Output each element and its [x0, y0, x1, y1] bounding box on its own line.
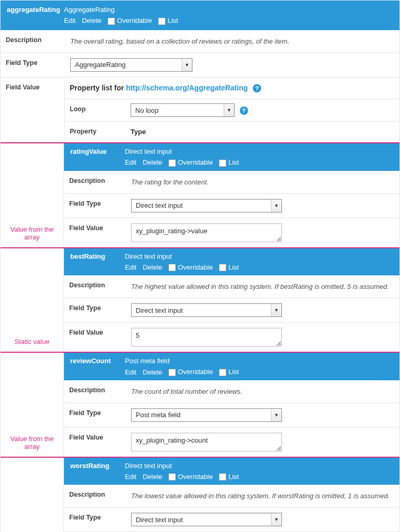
nested-description: The lowest value allowed in this rating … — [125, 485, 399, 507]
label-loop: Loop — [64, 99, 125, 121]
nested-header-worstRating: worstRating Direct text input Edit Delet… — [64, 458, 399, 485]
edit-link[interactable]: Edit — [125, 263, 136, 271]
property-header-aggregate-rating: aggregateRating AggregateRating Edit Del… — [1, 1, 399, 30]
label-description: Description — [64, 380, 125, 403]
nested-property-name: worstRating — [70, 462, 125, 470]
label-field-value: Field Value — [64, 323, 125, 352]
side-note: Static value — [1, 248, 64, 352]
edit-link[interactable]: Edit — [64, 17, 75, 24]
delete-link[interactable]: Delete — [143, 263, 162, 271]
overridable-checkbox[interactable]: Overridable — [169, 368, 213, 376]
side-note: Value from the array — [1, 353, 64, 457]
nested-field-type-value: Direct text input — [136, 307, 183, 314]
label-field-value: Field Value — [64, 218, 125, 247]
nested-property-worstRating: Static value worstRating Direct text inp… — [1, 458, 399, 532]
field-type-select[interactable]: AggregateRating ▼ — [70, 58, 192, 72]
edit-link[interactable]: Edit — [125, 473, 136, 481]
side-note: Value from the array — [1, 143, 64, 247]
nested-description: The count of total number of reviews. — [125, 380, 399, 403]
resize-handle-icon — [276, 340, 281, 345]
label-field-type: Field Type — [64, 298, 125, 322]
nested-field-type-select[interactable]: Direct text input ▼ — [131, 303, 282, 317]
nested-property-ratingValue: Value from the array ratingValue Direct … — [1, 142, 399, 248]
nested-field-value-input[interactable]: xy_plugin_rating->value — [131, 223, 282, 242]
description-text: The overall rating, based on a collectio… — [64, 30, 399, 52]
list-checkbox[interactable]: List — [219, 368, 239, 376]
label-description: Description — [64, 275, 125, 298]
label-field-value: Field Value — [1, 77, 64, 142]
nested-property-type: Post meta field — [125, 357, 393, 365]
nested-field-type-select[interactable]: Direct text input ▼ — [131, 513, 282, 526]
nested-field-type-value: Direct text input — [136, 202, 183, 209]
label-type-col: Type — [125, 122, 399, 142]
help-icon[interactable]: ? — [253, 84, 261, 92]
list-checkbox[interactable]: List — [219, 158, 239, 167]
nested-field-value-input[interactable]: 5 — [131, 328, 282, 347]
loop-select[interactable]: No loop ▼ — [131, 103, 235, 117]
overridable-label: Overridable — [117, 17, 152, 24]
overridable-checkbox[interactable]: Overridable — [169, 473, 213, 481]
property-type: AggregateRating — [64, 6, 393, 14]
edit-link[interactable]: Edit — [125, 158, 136, 166]
chevron-down-icon: ▼ — [271, 200, 281, 212]
nested-field-type-value: Post meta field — [136, 411, 180, 419]
delete-link[interactable]: Delete — [143, 158, 162, 166]
label-description: Description — [64, 485, 125, 507]
chevron-down-icon: ▼ — [182, 59, 192, 71]
nested-header-reviewCount: reviewCount Post meta field Edit Delete … — [64, 353, 399, 380]
list-checkbox[interactable]: List — [158, 17, 178, 25]
list-label: List — [167, 17, 178, 24]
label-property: Property — [64, 122, 125, 142]
nested-property-name: bestRating — [70, 252, 125, 260]
resize-handle-icon — [276, 445, 281, 450]
overridable-checkbox[interactable]: Overridable — [169, 158, 213, 167]
nested-header-ratingValue: ratingValue Direct text input Edit Delet… — [64, 143, 399, 171]
delete-link[interactable]: Delete — [82, 17, 101, 24]
nested-field-value-input[interactable]: xy_plugin_rating->count — [131, 433, 282, 451]
list-checkbox[interactable]: List — [219, 263, 239, 272]
nested-property-name: ratingValue — [70, 148, 125, 155]
nested-property-bestRating: Static value bestRating Direct text inpu… — [1, 248, 399, 353]
list-checkbox[interactable]: List — [219, 473, 239, 481]
schema-link[interactable]: http://schema.org/AggregateRating — [126, 84, 248, 92]
nested-field-type-value: Direct text input — [136, 516, 183, 524]
label-field-value: Field Value — [64, 428, 125, 457]
loop-value: No loop — [135, 107, 159, 114]
label-field-type: Field Type — [64, 403, 125, 427]
delete-link[interactable]: Delete — [143, 368, 162, 376]
property-panel: aggregateRating AggregateRating Edit Del… — [0, 0, 400, 532]
nested-property-type: Direct text input — [125, 148, 393, 155]
label-field-type: Field Type — [64, 194, 125, 218]
label-field-type: Field Type — [1, 53, 64, 77]
nested-property-name: reviewCount — [70, 357, 125, 365]
label-description: Description — [1, 30, 64, 52]
property-list-title: Property list for http://schema.org/Aggr… — [70, 84, 250, 94]
nested-field-type-select[interactable]: Post meta field ▼ — [131, 408, 282, 422]
label-description: Description — [64, 171, 125, 193]
chevron-down-icon: ▼ — [271, 409, 281, 421]
nested-header-bestRating: bestRating Direct text input Edit Delete… — [64, 248, 399, 276]
resize-handle-icon — [276, 236, 281, 241]
delete-link[interactable]: Delete — [143, 473, 162, 481]
nested-property-reviewCount: Value from the array reviewCount Post me… — [1, 353, 399, 458]
nested-property-type: Direct text input — [125, 462, 393, 470]
edit-link[interactable]: Edit — [125, 368, 136, 376]
overridable-checkbox[interactable]: Overridable — [169, 263, 213, 272]
nested-field-type-select[interactable]: Direct text input ▼ — [131, 199, 282, 212]
field-type-value: AggregateRating — [75, 61, 126, 69]
label-field-type: Field Type — [64, 508, 125, 531]
help-icon[interactable]: ? — [240, 107, 248, 115]
chevron-down-icon: ▼ — [271, 304, 281, 316]
chevron-down-icon: ▼ — [271, 513, 281, 526]
chevron-down-icon: ▼ — [224, 104, 234, 116]
property-name: aggregateRating — [7, 6, 64, 14]
nested-description: The rating for the content. — [125, 171, 399, 193]
overridable-checkbox[interactable]: Overridable — [108, 17, 152, 25]
nested-property-type: Direct text input — [125, 252, 393, 260]
nested-description: The highest value allowed in this rating… — [125, 275, 399, 298]
side-note: Static value — [1, 458, 64, 532]
